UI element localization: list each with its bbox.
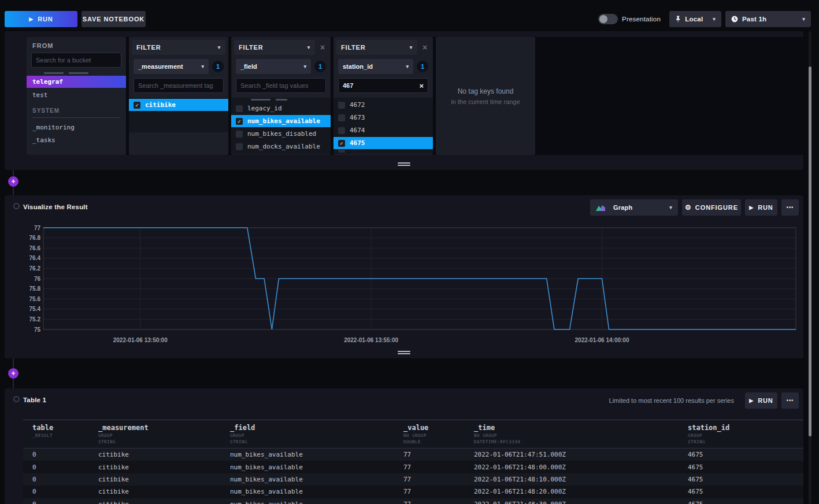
checked-checkbox-icon[interactable]: ✓ (134, 102, 140, 109)
cell-handle-icon[interactable] (13, 396, 20, 402)
checkbox-icon[interactable] (236, 143, 243, 150)
tag-value-row[interactable]: 4674 (333, 124, 433, 136)
visualize-cell-header: Visualize the Result Graph ▾ ⚙ CONFIGURE… (5, 195, 803, 220)
query-builder-canvas: FROM telegraf test SYSTEM _monitoring _t… (27, 37, 803, 155)
graph-type-icon (596, 204, 605, 211)
run-cell-label: RUN (758, 204, 773, 211)
cell-handle-icon[interactable] (13, 203, 20, 209)
no-tag-keys-panel: No tag keys found in the current time ra… (436, 37, 535, 155)
chevron-down-icon: ▾ (410, 45, 413, 50)
tag-value-row[interactable]: 4672 (333, 99, 433, 111)
line-chart[interactable]: 7776.876.676.476.27675.875.675.475.27520… (27, 223, 803, 348)
presentation-toggle[interactable] (598, 14, 618, 24)
tag-value-row[interactable]: num_docks_available (231, 140, 331, 153)
tag-value-row[interactable]: ✓num_bikes_available (231, 115, 331, 127)
chevron-down-icon: ▾ (802, 16, 805, 22)
bucket-search[interactable] (31, 53, 121, 68)
tag-value-row[interactable]: ✓4675 (333, 137, 433, 149)
column-header[interactable]: _measurementGROUPSTRING (98, 424, 230, 444)
divider (32, 117, 120, 118)
filter-type-dropdown[interactable]: FILTER ▾ (336, 40, 417, 55)
table-cell-title: Table 1 (23, 396, 46, 403)
column-header[interactable]: _fieldGROUPSTRING (230, 424, 403, 444)
table-cell: Table 1 Limited to most recent 100 resul… (5, 388, 803, 504)
filter-type-dropdown[interactable]: FILTER ▾ (132, 40, 225, 55)
checkbox-icon[interactable] (338, 102, 345, 109)
graph-type-dropdown[interactable]: Graph ▾ (590, 199, 678, 216)
cell-resize-handle[interactable] (398, 350, 410, 354)
add-cell-button[interactable]: + (8, 176, 18, 187)
more-options-icon: ••• (787, 205, 794, 210)
tag-value-search[interactable] (134, 78, 224, 93)
checkbox-icon[interactable] (236, 131, 243, 138)
tag-value-search[interactable] (236, 78, 326, 93)
bucket-item-selected[interactable]: telegraf (27, 76, 126, 88)
tag-value-list: ✓citibike (129, 98, 228, 132)
chevron-down-icon: ▾ (201, 64, 204, 69)
checked-checkbox-icon[interactable]: ✓ (338, 140, 345, 147)
run-cell-button[interactable]: ▶ RUN (745, 392, 777, 409)
cell-resize-handle[interactable] (398, 161, 410, 166)
tag-value-row[interactable]: 4673 (333, 112, 433, 124)
selected-count-badge: 1 (212, 61, 224, 72)
checked-checkbox-icon[interactable]: ✓ (236, 118, 243, 125)
close-filter-icon[interactable]: × (317, 43, 328, 52)
more-options-icon: ••• (787, 398, 794, 403)
y-axis-tick: 76.8 (29, 235, 41, 241)
tag-value-search[interactable]: × (338, 78, 428, 93)
tag-value-search-input[interactable] (240, 82, 321, 89)
chevron-down-icon: ▾ (218, 45, 221, 50)
timezone-dropdown[interactable]: Local ▾ (669, 11, 721, 27)
tag-key-dropdown[interactable]: _measurement ▾ (134, 59, 209, 74)
tag-value-search-input[interactable] (138, 82, 219, 89)
y-axis-tick: 76.4 (29, 255, 41, 261)
filter-type-dropdown[interactable]: FILTER ▾ (234, 40, 315, 55)
tag-key-dropdown[interactable]: station_id ▾ (338, 59, 413, 74)
table-header-row: table_RESULT_measurementGROUPSTRING_fiel… (23, 420, 803, 449)
from-panel-title: FROM (27, 37, 126, 53)
run-notebook-button[interactable]: ▶ RUN (5, 11, 77, 27)
filter-panel-field: FILTER ▾ × _field ▾ 1 leg (231, 37, 331, 155)
add-cell-button[interactable]: + (8, 368, 18, 379)
run-cell-button[interactable]: ▶ RUN (745, 199, 777, 216)
tag-value-search-input[interactable] (343, 82, 419, 89)
checkbox-icon[interactable] (236, 105, 243, 112)
presentation-label: Presentation (622, 16, 661, 23)
bucket-search-input[interactable] (36, 57, 117, 64)
bucket-item[interactable]: _monitoring (27, 121, 126, 133)
column-header[interactable]: _timeNO GROUPDATETIME:RFC3339 (474, 424, 688, 444)
time-range-label: Past 1h (742, 16, 766, 23)
tag-value-row[interactable]: num_bikes_disabled (231, 128, 331, 140)
pin-icon (675, 16, 681, 23)
tag-value-label: legacy_id (247, 105, 282, 112)
checkbox-icon[interactable] (338, 127, 345, 134)
x-axis-tick: 2022-01-06 13:50:00 (113, 337, 168, 343)
cell-more-options-button[interactable]: ••• (781, 199, 799, 216)
close-filter-icon[interactable]: × (420, 43, 430, 52)
clock-icon (731, 16, 738, 23)
clear-search-icon[interactable]: × (419, 82, 424, 90)
bucket-item[interactable]: _tasks (27, 134, 126, 146)
bucket-list: telegraf test SYSTEM _monitoring _tasks (27, 72, 126, 148)
chevron-down-icon: ▾ (307, 45, 310, 50)
save-notebook-button[interactable]: SAVE NOTEBOOK (81, 11, 146, 27)
checkbox-icon[interactable] (338, 114, 345, 121)
play-icon: ▶ (29, 16, 34, 22)
tag-value-label: 4673 (350, 114, 365, 121)
cell-more-options-button[interactable]: ••• (781, 392, 799, 409)
configure-button[interactable]: ⚙ CONFIGURE (682, 199, 741, 216)
page-scrollbar-thumb[interactable] (809, 66, 811, 436)
toggle-knob (599, 15, 607, 23)
selected-count-badge: 1 (314, 61, 326, 72)
tag-value-row[interactable]: legacy_id (231, 102, 331, 114)
time-range-dropdown[interactable]: Past 1h ▾ (725, 11, 811, 27)
selected-count-badge: 1 (417, 61, 428, 72)
tag-value-row[interactable]: ✓citibike (129, 99, 228, 111)
tag-key-dropdown[interactable]: _field ▾ (236, 59, 311, 74)
y-axis-tick: 75.6 (29, 296, 41, 302)
tag-value-label: 4674 (350, 127, 365, 134)
column-header[interactable]: table_RESULT (23, 424, 98, 444)
column-header[interactable]: station_idGROUPSTRING (688, 424, 803, 444)
column-header[interactable]: _valueNO GROUPDOUBLE (403, 424, 474, 444)
bucket-item[interactable]: test (27, 89, 126, 101)
